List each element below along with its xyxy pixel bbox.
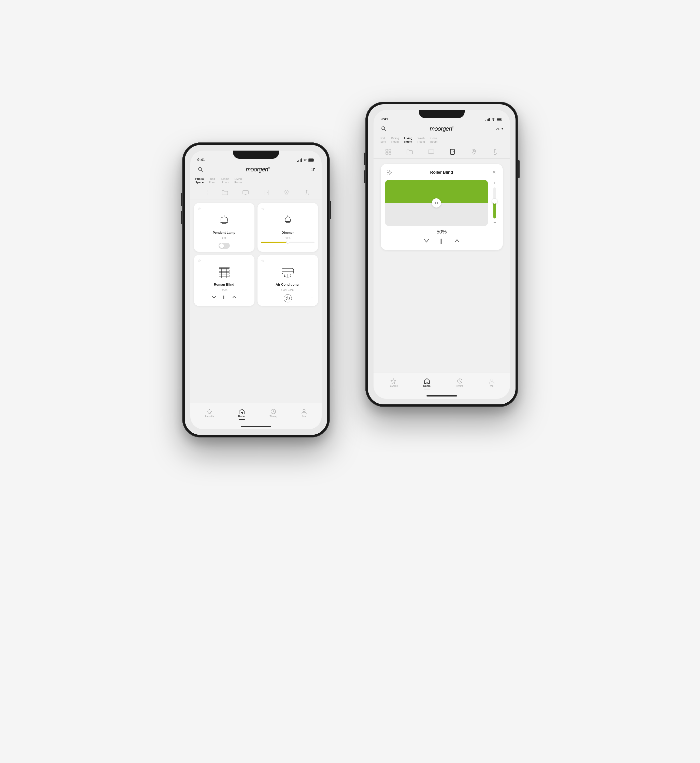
svg-rect-50 [386, 152, 388, 154]
search-button-1[interactable] [197, 165, 205, 173]
nav-room-2[interactable]: Room [423, 378, 431, 387]
nav-room-1[interactable]: Room [238, 409, 245, 418]
home-icon-1 [239, 409, 245, 414]
roller-scroll[interactable]: Roller Blind ✕ [373, 159, 510, 372]
roller-up-btn[interactable] [453, 237, 461, 245]
svg-point-16 [267, 192, 267, 193]
roman-up-btn[interactable] [231, 294, 238, 300]
floor-badge-2[interactable]: 2F ▼ [496, 126, 503, 131]
ac-star-icon[interactable]: ☆ [261, 258, 265, 263]
v-slider-knob[interactable] [492, 199, 497, 204]
roller-down-btn[interactable] [422, 237, 431, 245]
device-scroll-1[interactable]: ☆ Pendent La [190, 200, 322, 403]
v-slider[interactable]: + − [491, 180, 498, 226]
wifi-icon-2 [491, 118, 495, 121]
floor-badge-1[interactable]: 1F [311, 167, 316, 172]
svg-rect-43 [489, 118, 490, 121]
cat-grid-icon[interactable] [200, 188, 209, 197]
cat-folder-icon-2[interactable] [405, 147, 414, 156]
roller-settings-btn[interactable] [385, 169, 394, 176]
ac-power-btn[interactable] [284, 294, 292, 303]
roman-down-btn[interactable] [211, 294, 217, 300]
svg-point-46 [382, 126, 385, 130]
roman-blind-icon [217, 266, 231, 279]
room-tab-living-1[interactable]: LivingRoom [232, 176, 244, 186]
ac-card[interactable]: ☆ [258, 255, 318, 306]
nav-favorite-1[interactable]: Favorite [205, 409, 214, 418]
room-tab-dining-1[interactable]: DiningRoom [219, 176, 232, 186]
nav-room-label-1: Room [238, 415, 245, 418]
roller-close-btn[interactable]: ✕ [490, 169, 498, 176]
lamp-toggle-wrap[interactable] [197, 242, 251, 249]
cat-grid-icon-2[interactable] [384, 147, 393, 156]
roller-handle-btn[interactable] [432, 198, 441, 208]
lamp-star-icon[interactable]: ☆ [197, 206, 201, 211]
cat-screen-icon[interactable] [241, 188, 250, 197]
lamp-toggle[interactable] [219, 243, 230, 249]
svg-rect-2 [300, 159, 300, 162]
room-tab-bed[interactable]: BedRoom [206, 176, 219, 186]
roman-controls: ∥ [197, 293, 251, 301]
cat-location-icon[interactable] [282, 188, 291, 197]
ac-name: Air Conditioner [261, 282, 314, 286]
cat-temp-icon[interactable] [303, 188, 312, 197]
svg-point-6 [198, 167, 202, 170]
roller-title: Roller Blind [430, 170, 453, 175]
room-tab-public[interactable]: PublicSpace [193, 176, 206, 186]
svg-line-32 [284, 274, 285, 276]
cat-door-icon-2[interactable] [448, 147, 457, 156]
v-slider-minus[interactable]: − [494, 220, 496, 225]
search-button-2[interactable] [380, 125, 388, 133]
home-indicator-2 [373, 393, 510, 399]
dimmer-card[interactable]: ☆ Dimmer 50% [258, 203, 318, 252]
v-slider-track[interactable] [494, 187, 496, 218]
roman-card-top: ☆ [197, 258, 251, 263]
vol-down-button[interactable] [181, 211, 182, 224]
nav-timing-2[interactable]: Timing [456, 378, 464, 387]
cat-screen-icon-2[interactable] [427, 147, 436, 156]
roller-percent: 50% [385, 229, 498, 235]
cat-location-icon-2[interactable] [469, 147, 478, 156]
cat-folder-icon[interactable] [220, 188, 230, 197]
nav-favorite-label-2: Favorite [389, 385, 398, 387]
vol-down-button-2[interactable] [364, 170, 366, 183]
room-tab-cook[interactable]: CookRoom [428, 135, 440, 145]
roman-icon-wrap [197, 265, 251, 281]
v-slider-plus[interactable]: + [494, 181, 496, 186]
home-icon-2 [424, 378, 430, 384]
room-tab-bed-2[interactable]: BedRoom [376, 135, 389, 145]
svg-rect-40 [486, 120, 486, 121]
room-tab-dining-2[interactable]: DiningRoom [389, 135, 402, 145]
power-button-2[interactable] [518, 160, 520, 178]
ac-plus-btn[interactable]: + [311, 295, 314, 301]
room-tab-living-2[interactable]: LivingRoom [402, 135, 415, 145]
dimmer-star-icon[interactable]: ☆ [261, 206, 265, 211]
nav-me-1[interactable]: Me [301, 409, 307, 418]
roman-blind-card[interactable]: ☆ [194, 255, 255, 306]
dimmer-track[interactable] [261, 242, 314, 243]
dimmer-slider[interactable] [261, 242, 314, 243]
cat-temp-icon-2[interactable] [491, 147, 500, 156]
roman-pause-btn[interactable]: ∥ [221, 294, 227, 300]
svg-rect-29 [219, 275, 229, 277]
svg-point-56 [453, 151, 454, 152]
pendent-lamp-card[interactable]: ☆ Pendent La [194, 203, 255, 252]
cat-door-icon[interactable] [262, 188, 271, 197]
bottom-nav-1: Favorite Room [190, 403, 322, 423]
room-tab-wash[interactable]: WashRoom [415, 135, 427, 145]
nav-favorite-2[interactable]: Favorite [389, 378, 398, 387]
ac-minus-btn[interactable]: − [262, 295, 265, 301]
dimmer-knob[interactable] [286, 240, 289, 243]
lamp-toggle-knob [219, 243, 224, 248]
roman-star-icon[interactable]: ☆ [197, 258, 201, 263]
nav-timing-1[interactable]: Timing [269, 409, 277, 418]
favorite-icon-1 [206, 409, 212, 414]
svg-rect-28 [219, 272, 229, 274]
vol-up-button-2[interactable] [364, 153, 366, 165]
svg-rect-15 [264, 190, 268, 195]
vol-up-button[interactable] [181, 193, 182, 206]
svg-rect-27 [219, 270, 229, 271]
roller-pause-btn[interactable]: ∥ [438, 237, 446, 245]
nav-me-2[interactable]: Me [489, 378, 495, 387]
power-button[interactable] [330, 201, 331, 219]
